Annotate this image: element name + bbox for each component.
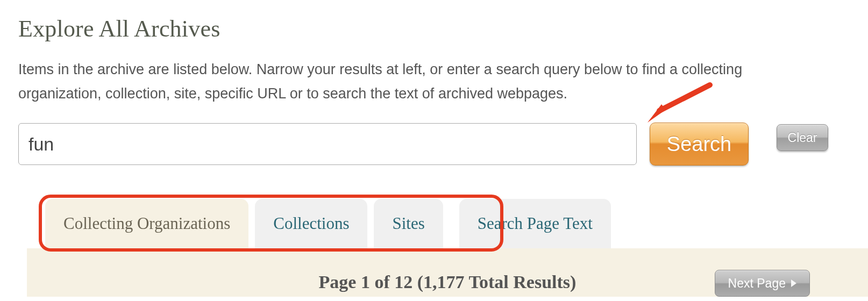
clear-button[interactable]: Clear (777, 124, 828, 151)
chevron-right-icon (791, 280, 796, 287)
search-input[interactable] (18, 123, 637, 165)
search-button[interactable]: Search (650, 123, 749, 166)
next-page-label: Next Page (728, 276, 786, 291)
page-title: Explore All Archives (18, 15, 850, 42)
intro-text: Items in the archive are listed below. N… (18, 58, 825, 105)
tab-search-page-text[interactable]: Search Page Text (459, 199, 611, 248)
next-page-button[interactable]: Next Page (715, 270, 810, 297)
results-summary: Page 1 of 12 (1,177 Total Results) (319, 272, 577, 292)
tab-collecting-organizations[interactable]: Collecting Organizations (45, 199, 248, 248)
results-bar: Page 1 of 12 (1,177 Total Results) Next … (27, 248, 868, 297)
tab-collections[interactable]: Collections (255, 199, 367, 248)
search-row: Search Clear (18, 123, 850, 166)
tab-sites[interactable]: Sites (374, 199, 443, 248)
tabs-container: Collecting Organizations Collections Sit… (18, 199, 850, 297)
